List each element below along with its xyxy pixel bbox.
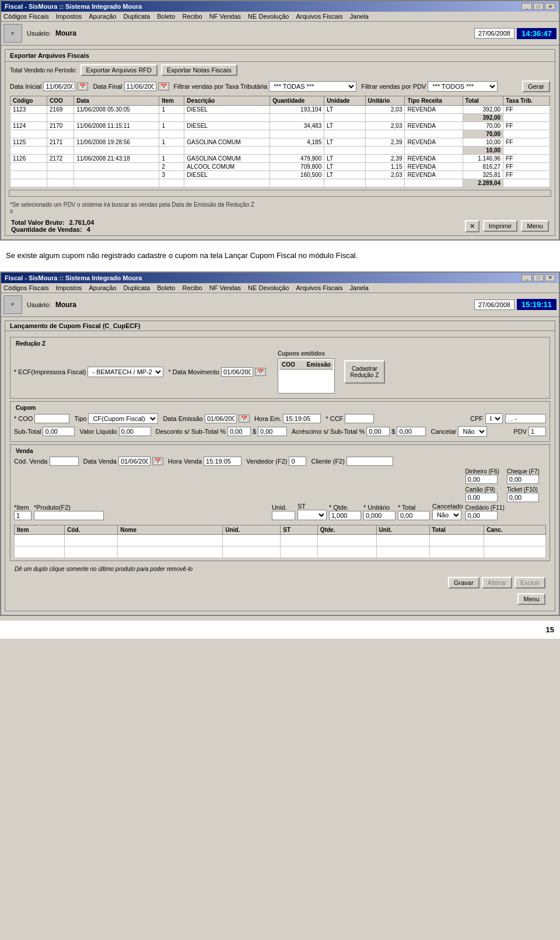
filter-taxa-select[interactable]: *** TODAS ***: [269, 81, 356, 92]
menu-apuracao[interactable]: Apuração: [89, 13, 116, 20]
horizontal-scrollbar[interactable]: [9, 190, 551, 197]
gravar-button[interactable]: Gravar: [448, 577, 480, 589]
produto-input[interactable]: [34, 511, 104, 520]
data-table-scroll[interactable]: Código COO Data Item Descrição Quantidad…: [10, 96, 550, 187]
st-select[interactable]: [298, 510, 327, 520]
cliente-input[interactable]: [346, 457, 393, 466]
sub-total-input[interactable]: [43, 427, 75, 436]
cal-icon-final[interactable]: 📅: [158, 82, 169, 90]
menu2-recibo[interactable]: Recibo: [182, 284, 202, 291]
unid-input[interactable]: [272, 511, 295, 520]
menu-button2[interactable]: Menu: [517, 593, 545, 605]
menu-impostos[interactable]: Impostos: [56, 13, 82, 20]
cod-venda-input[interactable]: [50, 457, 79, 466]
dinheiro-input[interactable]: [466, 475, 498, 484]
data-venda-input[interactable]: [118, 457, 150, 466]
menu-arquivos[interactable]: Arquivos Fiscais: [296, 13, 342, 20]
hora-venda-input[interactable]: [204, 457, 242, 466]
menu2-impostos[interactable]: Impostos: [56, 284, 82, 291]
unitario-input[interactable]: [363, 511, 396, 520]
menu2-arquivos[interactable]: Arquivos Fiscais: [296, 284, 342, 291]
btn-notas[interactable]: Exportar Notas Fiscais: [161, 64, 237, 76]
ccf-input[interactable]: [345, 414, 374, 423]
desconto-label: Desconto s/ Sub-Total: [156, 428, 219, 435]
close-button2[interactable]: ✕: [545, 274, 555, 281]
menu-janela[interactable]: Janela: [350, 13, 369, 20]
valor-liquido-label: Valor Líquido: [79, 428, 117, 435]
valor-liquido-input[interactable]: [119, 427, 151, 436]
data-inicial-label: Data Inicial: [10, 83, 41, 90]
maximize-button2[interactable]: □: [533, 274, 544, 281]
qtde-input[interactable]: [329, 511, 361, 520]
total-item-label: * Total: [398, 504, 430, 511]
desconto-val-input[interactable]: [258, 427, 287, 436]
cal-emissao[interactable]: 📅: [239, 415, 250, 423]
hora-em-label: Hora Em.: [254, 415, 281, 422]
menu-ne-devolucao[interactable]: NE Devolução: [248, 13, 289, 20]
cartao-input[interactable]: [466, 493, 498, 502]
data-final-input[interactable]: [124, 82, 156, 91]
cal-icon-inicial[interactable]: 📅: [77, 82, 88, 90]
menu-button1[interactable]: Menu: [521, 220, 549, 232]
menu2-ne-devolucao[interactable]: NE Devolução: [248, 284, 289, 291]
menu2-apuracao[interactable]: Apuração: [89, 284, 116, 291]
pdv-input[interactable]: [528, 427, 546, 436]
menu2-nf-vendas[interactable]: NF Vendas: [209, 284, 241, 291]
crediario-input[interactable]: [466, 511, 498, 520]
minimize-button[interactable]: _: [522, 3, 532, 10]
imprimir-button[interactable]: Imprimir: [483, 220, 518, 232]
btn-rfd[interactable]: Exportar Arquivos RFD: [80, 64, 158, 76]
total-item-input[interactable]: [398, 511, 430, 520]
data-emissao-input[interactable]: [205, 414, 237, 423]
excel-icon-button[interactable]: ✕: [465, 220, 480, 232]
desconto-pct-input[interactable]: [228, 427, 251, 436]
menu-codigos[interactable]: Códigos Fiscais: [4, 13, 49, 20]
coupon-emitidos-area: COO Emissão: [278, 358, 335, 394]
hora-em-input[interactable]: [283, 414, 321, 423]
menu2-boleto[interactable]: Boleto: [157, 284, 175, 291]
item-input[interactable]: [14, 511, 32, 520]
menu2-codigos[interactable]: Códigos Fiscais: [4, 284, 49, 291]
menu-nf-vendas[interactable]: NF Vendas: [209, 13, 241, 20]
item-col-total: Total: [429, 525, 484, 534]
acrescimo-pct-input[interactable]: [366, 427, 390, 436]
menu-duplicata[interactable]: Duplicata: [123, 13, 150, 20]
cheque-input[interactable]: [507, 475, 539, 484]
ticket-input[interactable]: [507, 493, 539, 502]
col-descricao: Descrição: [184, 96, 270, 106]
excluir-button[interactable]: Excluir: [514, 577, 545, 589]
menu-recibo[interactable]: Recibo: [182, 13, 202, 20]
current-date2: 27/06/2008: [474, 300, 514, 310]
close-button[interactable]: ✕: [545, 3, 555, 10]
tipo-select[interactable]: CF(Cupom Fiscal): [88, 413, 158, 424]
cancelado-select[interactable]: Não: [432, 510, 461, 520]
cpf-input[interactable]: [505, 414, 546, 423]
ecf-select[interactable]: - BEMATECH / MP-2: [88, 367, 163, 377]
coo-col: COO: [282, 361, 295, 368]
acrescimo-val-input[interactable]: [397, 427, 426, 436]
item-col-cod: Cód.: [65, 525, 118, 534]
cancelar-label: Cancelar: [430, 428, 456, 435]
data-inicial-input[interactable]: [43, 82, 75, 91]
cal-venda[interactable]: 📅: [152, 457, 163, 465]
menu-boleto[interactable]: Boleto: [157, 13, 175, 20]
menu2-janela[interactable]: Janela: [350, 284, 369, 291]
cpf-f-select[interactable]: F: [485, 413, 503, 424]
cal-mov[interactable]: 📅: [255, 368, 266, 376]
cadastrar-reducao-button[interactable]: CadastrarRedução Z: [344, 360, 385, 384]
ecf-label: * ECF(Impressora Fiscal): [14, 368, 86, 375]
filter-pdv-select[interactable]: *** TODOS ***: [428, 81, 498, 92]
coo-input[interactable]: [34, 414, 69, 423]
data-mov-input[interactable]: [221, 367, 253, 377]
toolbar2-left: F Usuário: Moura: [4, 295, 76, 314]
minimize-button2[interactable]: _: [522, 274, 532, 281]
maximize-button[interactable]: □: [533, 3, 544, 10]
ticket-label: Ticket (F10): [507, 486, 546, 493]
col-total: Total: [463, 96, 503, 106]
gerar-button[interactable]: Gerar: [522, 81, 550, 92]
vendedor-input[interactable]: [289, 457, 306, 466]
data-emissao-label: Data Emissão: [163, 415, 202, 422]
cancelar-select[interactable]: Não: [458, 426, 487, 437]
alterar-button[interactable]: Alterar: [482, 577, 512, 589]
menu2-duplicata[interactable]: Duplicata: [123, 284, 150, 291]
